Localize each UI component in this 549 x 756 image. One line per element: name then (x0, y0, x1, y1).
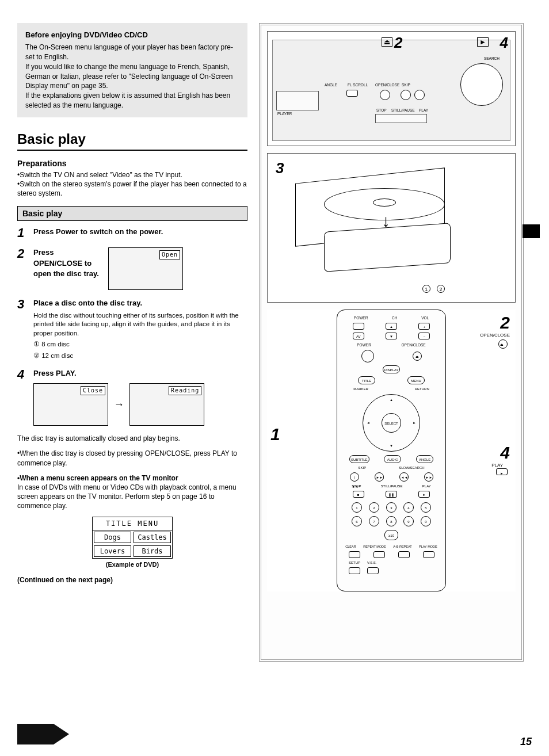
arrow-right-icon: → (114, 398, 124, 412)
tv-screen-close: Close (33, 383, 108, 426)
play-label: PLAY (419, 108, 428, 112)
player-front-diagram: PLAYER ANGLE FL SCROLL OPEN/CLOSE SKIP S… (267, 31, 516, 146)
ab-repeat-label: A-B REPEAT (393, 545, 411, 548)
eject-icon-side: ⏏ (498, 339, 508, 349)
dpad-right-icon: ► (413, 421, 416, 425)
stop-label: STOP (376, 108, 387, 112)
pre-note-box: Before enjoying DVD/Video CD/CD The On-S… (17, 23, 247, 117)
tv-screen-open: Open (108, 247, 183, 290)
skip-label: SKIP (402, 83, 410, 87)
direction-pad: ▲ ▼ ◄ ► SELECT (363, 394, 420, 452)
diagram-frame: PLAYER ANGLE FL SCROLL OPEN/CLOSE SKIP S… (259, 23, 524, 662)
player-face: PLAYER ANGLE FL SCROLL OPEN/CLOSE SKIP S… (272, 40, 510, 141)
step-text: Press Power to switch on the power. (33, 227, 163, 236)
dpad-up-icon: ▲ (390, 398, 393, 402)
power-button (361, 350, 374, 362)
setup-button (349, 567, 360, 574)
dpad-left-icon: ◄ (367, 421, 370, 425)
title-menu-head: TITLE MENU (93, 517, 172, 530)
angle-button: ANGLE (416, 455, 433, 463)
setup-label: SETUP (349, 561, 360, 564)
section-heading: Basic play (17, 131, 247, 151)
subtitle-button: SUBTITLE (349, 455, 369, 463)
pause-button: ❚❚ (386, 491, 397, 498)
play-side-label: PLAY (491, 463, 503, 468)
clear-label: CLEAR (345, 545, 356, 548)
step-text: Press OPEN/CLOSE to open the disc tray. (33, 247, 102, 279)
disc-tray-diagram: 3 ↓ 1 2 (267, 153, 516, 303)
dpad-down-icon: ▼ (390, 444, 393, 448)
marker-label: MARKER (353, 387, 368, 391)
key-8: 8 (386, 516, 396, 526)
callout-1: 1 (270, 425, 280, 444)
display-button: DISPLAY (383, 365, 401, 373)
callout-4-remote: 4 (500, 443, 510, 463)
corner-graphic (17, 724, 69, 744)
vol-label: VOL (421, 316, 429, 320)
ch-down-button: ▼ (386, 333, 397, 339)
vol-down-button: – (418, 333, 430, 339)
menu-item-birds: Birds (134, 545, 171, 557)
return-label: RETURN (415, 387, 429, 391)
prep-item: •Switch the TV ON and select "Video" as … (17, 170, 247, 180)
vss-label: V.S.S. (367, 561, 376, 564)
repeat-mode-label: REPEAT MODE (363, 545, 386, 548)
step-number: 2 (17, 247, 29, 260)
key-4: 4 (403, 502, 414, 513)
callout-4: 4 (500, 34, 508, 52)
play-label2: PLAY (422, 484, 431, 488)
menu-item-dogs: Dogs (94, 532, 131, 543)
note-title: Before enjoying DVD/Video CD/CD (25, 30, 239, 40)
marker-2: 2 (437, 285, 445, 293)
menu-button: MENU (407, 376, 425, 384)
preparations-list: •Switch the TV ON and select "Video" as … (17, 170, 247, 198)
skip-back-button2: |◄◄ (350, 472, 359, 482)
ch-label: CH (392, 316, 397, 320)
power-label: POWER (354, 316, 368, 320)
key-2: 2 (369, 502, 379, 513)
prep-item: •Switch on the stereo system's power if … (17, 180, 247, 198)
av-button: AV (353, 333, 364, 339)
key-9: 9 (403, 516, 414, 526)
number-keypad: 1 2 3 4 5 6 7 8 9 0 ≥10 (349, 502, 434, 540)
page-edge-tab (523, 224, 540, 238)
osd-tag-open: Open (159, 250, 180, 259)
jog-dial (460, 63, 503, 106)
power-label2: POWER (357, 343, 371, 347)
still-pause-label2: STILL/PAUSE (381, 484, 403, 488)
marker-1: 1 (422, 285, 430, 293)
open-close-button (380, 90, 390, 100)
key-3: 3 (386, 502, 396, 513)
stop-label2: STOP (352, 484, 361, 488)
open-close-side-label: OPEN/CLOSE (480, 333, 510, 338)
osd-tag-close: Close (81, 386, 105, 395)
menu-screen-body: In case of DVDs with menu or Video CDs w… (17, 483, 237, 510)
remote-diagram: 1 2 OPEN/CLOSE ⏏ 4 PLAY ► POWER CH VOL ▲ (267, 310, 516, 591)
menu-item-castles: Castles (134, 532, 171, 543)
continued-note: (Continued on the next page) (17, 576, 247, 584)
transport-cluster (375, 114, 427, 123)
page-number: 15 (520, 736, 532, 748)
open-close-label2: OPEN/CLOSE (401, 343, 425, 347)
step-3: 3 Place a disc onto the disc tray. Hold … (17, 298, 247, 360)
note-paragraph: The On-Screen menu language of your play… (25, 43, 239, 62)
key-10plus: ≥10 (384, 530, 398, 540)
menu-item-lovers: Lovers (94, 545, 131, 557)
play-mode-button (423, 551, 434, 558)
slow-fwd-button: ►► (424, 472, 433, 482)
display-window (276, 91, 319, 110)
slow-search-label: SLOW/SEARCH (399, 466, 424, 469)
step-text: Press PLAY. (33, 369, 77, 377)
osd-tag-reading: Reading (169, 386, 201, 395)
fl-scroll-button (346, 90, 358, 97)
skip-fwd-button (414, 90, 425, 100)
fl-scroll-label: FL SCROLL (348, 83, 368, 87)
step-4: 4 Press PLAY. Close → Reading (17, 368, 247, 426)
clear-button (349, 551, 360, 558)
play-icon-side: ► (496, 468, 508, 475)
angle-label: ANGLE (325, 83, 337, 87)
tv-power-button (353, 323, 364, 330)
note-paragraph: If the explanations given below it is as… (25, 91, 239, 110)
key-0: 0 (421, 516, 431, 526)
callout-2-remote: 2 (500, 313, 510, 333)
